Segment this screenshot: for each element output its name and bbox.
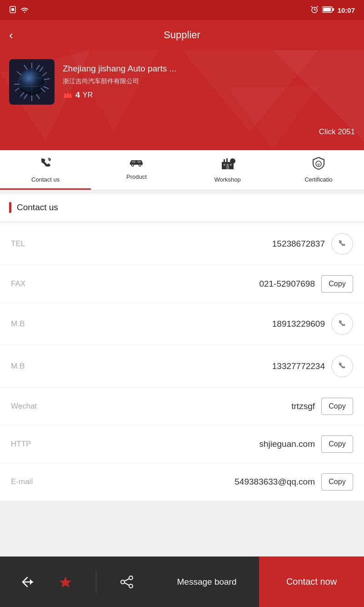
svg-rect-9 <box>333 8 334 11</box>
svg-line-30 <box>15 88 19 91</box>
message-board-label: Message board <box>177 577 237 587</box>
page-title: Supplier <box>164 29 200 41</box>
svg-line-5 <box>311 6 312 7</box>
tab-workshop-label: Workshop <box>214 176 240 183</box>
shield-tab-icon: V <box>312 157 325 173</box>
years-count: 4 <box>75 91 80 100</box>
sim-icon <box>9 5 16 15</box>
svg-line-6 <box>317 6 318 7</box>
hero-content: Zhejiang jishang Auto parts ... 浙江吉尚汽车部件… <box>9 59 355 105</box>
tab-product[interactable]: Product <box>91 150 182 190</box>
battery-icon <box>322 6 334 14</box>
http-copy-button[interactable]: Copy <box>321 435 353 453</box>
wechat-row: Wechat trtzsgf Copy <box>0 388 364 425</box>
mb2-call-button[interactable] <box>331 355 353 377</box>
svg-point-39 <box>132 165 134 166</box>
section-title: Contact us <box>17 202 58 212</box>
email-value: 549383633@qq.com <box>56 477 315 487</box>
tab-contact-us-label: Contact us <box>31 176 60 183</box>
mb2-value: 13327772234 <box>56 361 325 371</box>
tab-certification-label: Certificatio <box>304 176 332 183</box>
hero-section: Zhejiang jishang Auto parts ... 浙江吉尚汽车部件… <box>0 50 364 150</box>
back-button[interactable]: ‹ <box>9 28 13 42</box>
svg-line-58 <box>125 583 129 585</box>
fax-value: 021-52907698 <box>56 279 315 289</box>
status-bar: 10:07 <box>0 0 364 20</box>
svg-line-57 <box>125 579 129 581</box>
http-label: HTTP <box>11 440 56 449</box>
tel-row: TEL 15238672837 <box>0 223 364 265</box>
section-bar-indicator <box>9 202 11 213</box>
contact-now-label: Contact now <box>286 577 337 587</box>
tab-workshop[interactable]: Workshop <box>182 150 273 190</box>
mb1-call-button[interactable] <box>331 313 353 335</box>
time-display: 10:07 <box>338 6 355 14</box>
wifi-icon <box>20 6 29 15</box>
wechat-label: Wechat <box>11 402 56 411</box>
alarm-icon <box>310 5 319 15</box>
message-board-button[interactable]: Message board <box>155 556 259 607</box>
header: ‹ Supplier <box>0 20 364 50</box>
back-button-bottom[interactable] <box>21 576 35 588</box>
tel-call-button[interactable] <box>331 233 353 255</box>
svg-line-21 <box>20 92 24 96</box>
status-right-icons: 10:07 <box>310 5 355 15</box>
svg-point-40 <box>140 165 141 166</box>
svg-line-25 <box>24 65 27 70</box>
wechat-copy-button[interactable]: Copy <box>321 398 353 415</box>
bottom-left-actions <box>0 556 155 607</box>
tab-product-label: Product <box>126 173 147 180</box>
factory-tab-icon <box>220 157 235 173</box>
svg-rect-1 <box>11 8 14 11</box>
fax-row: FAX 021-52907698 Copy <box>0 265 364 303</box>
phone-tab-icon <box>39 157 52 173</box>
company-logo <box>9 59 55 105</box>
mb2-row: M.B 13327772234 <box>0 345 364 388</box>
tab-contact-us[interactable]: Contact us <box>0 150 91 190</box>
svg-line-17 <box>40 67 43 71</box>
email-row: E-mail 549383633@qq.com Copy <box>0 463 364 501</box>
bottom-bar: Message board Contact now <box>0 556 364 607</box>
svg-rect-36 <box>64 96 72 98</box>
svg-rect-51 <box>232 163 233 165</box>
svg-rect-8 <box>323 8 331 11</box>
email-label: E-mail <box>11 477 56 486</box>
mb1-label: M.B <box>11 319 56 329</box>
tel-value: 15238672837 <box>56 239 325 249</box>
yr-suffix: YR <box>83 91 93 99</box>
svg-rect-42 <box>137 161 141 163</box>
svg-point-54 <box>129 576 133 580</box>
tab-certification[interactable]: V Certificatio <box>273 150 364 190</box>
nav-tabs: Contact us Product <box>0 150 364 190</box>
svg-line-29 <box>24 94 27 99</box>
crown-icon <box>63 90 73 101</box>
svg-rect-41 <box>132 161 135 163</box>
favorite-button[interactable] <box>58 575 73 589</box>
svg-rect-44 <box>224 164 225 166</box>
svg-rect-47 <box>226 166 229 169</box>
share-button[interactable] <box>120 576 134 588</box>
svg-rect-46 <box>230 164 232 166</box>
http-row: HTTP shjieguan.com Copy <box>0 425 364 463</box>
svg-rect-48 <box>224 159 225 163</box>
mb2-label: M.B <box>11 362 56 371</box>
svg-rect-49 <box>226 158 228 163</box>
svg-line-24 <box>36 65 40 70</box>
http-value: shjieguan.com <box>56 439 315 449</box>
company-info: Zhejiang jishang Auto parts ... 浙江吉尚汽车部件… <box>63 63 176 101</box>
svg-point-56 <box>129 584 133 588</box>
bottom-divider <box>96 571 96 593</box>
contact-list: TEL 15238672837 FAX 021-52907698 Copy M.… <box>0 223 364 501</box>
contact-now-button[interactable]: Contact now <box>259 556 364 607</box>
email-copy-button[interactable]: Copy <box>321 473 353 491</box>
svg-point-55 <box>121 580 125 584</box>
svg-rect-45 <box>227 164 229 166</box>
mb1-value: 18913229609 <box>56 319 325 329</box>
svg-text:V: V <box>317 162 320 167</box>
fax-copy-button[interactable]: Copy <box>321 275 353 293</box>
section-header: Contact us <box>0 194 364 221</box>
company-name-en: Zhejiang jishang Auto parts ... <box>63 63 176 75</box>
wechat-value: trtzsgf <box>56 401 315 411</box>
fax-label: FAX <box>11 279 56 288</box>
tel-label: TEL <box>11 239 56 248</box>
